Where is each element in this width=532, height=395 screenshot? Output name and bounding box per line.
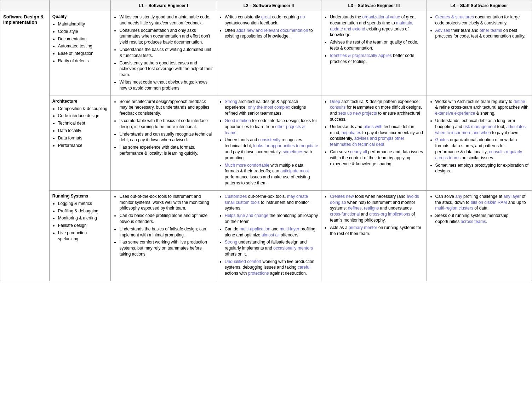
sub-category-quality: Quality Maintainability Code style Docum… [49, 11, 111, 96]
table-row-quality: Software Design & Implementation Quality… [0, 11, 532, 96]
l4-architecture: Works with Architecture team regularly t… [427, 96, 532, 190]
sub-category-running-systems: Running Systems Logging & metrics Profil… [49, 190, 111, 281]
l1-running-systems: Uses out-of-the-box tools to instrument … [111, 190, 216, 281]
l2-quality: Writes consistently great code requiring… [216, 11, 321, 96]
l2-architecture: Strong architectural design & approach e… [216, 96, 321, 190]
l3-quality: Understands the organizational value of … [321, 11, 427, 96]
header-l3: L3 – Software Engineer III [321, 0, 427, 11]
header-l4: L4 – Staff Software Engineer [427, 0, 532, 11]
table-row-running-systems: Running Systems Logging & metrics Profil… [0, 190, 532, 281]
header-category [0, 0, 50, 11]
table-row-architecture: Architecture Composition & decoupling Co… [0, 96, 532, 190]
l1-quality: Writes consistently good and maintainabl… [111, 11, 216, 96]
l3-running-systems: Creates new tools when necessary (and av… [321, 190, 427, 281]
header-l2: L2 – Software Engineer II [216, 0, 321, 11]
l4-running-systems: Can solve any profiling challenge at any… [427, 190, 532, 281]
l3-architecture: Deep architectural & design pattern expe… [321, 96, 427, 190]
main-category: Software Design & Implementation [0, 11, 50, 281]
l2-running-systems: Customizes out-of-the-box tools, may cre… [216, 190, 321, 281]
header-sub [49, 0, 111, 11]
header-l1: L1 – Software Engineer I [111, 0, 216, 11]
sub-category-architecture: Architecture Composition & decoupling Co… [49, 96, 111, 190]
l4-quality: Creates & structures documentation for l… [427, 11, 532, 96]
l1-architecture: Some architectural design/approach feedb… [111, 96, 216, 190]
